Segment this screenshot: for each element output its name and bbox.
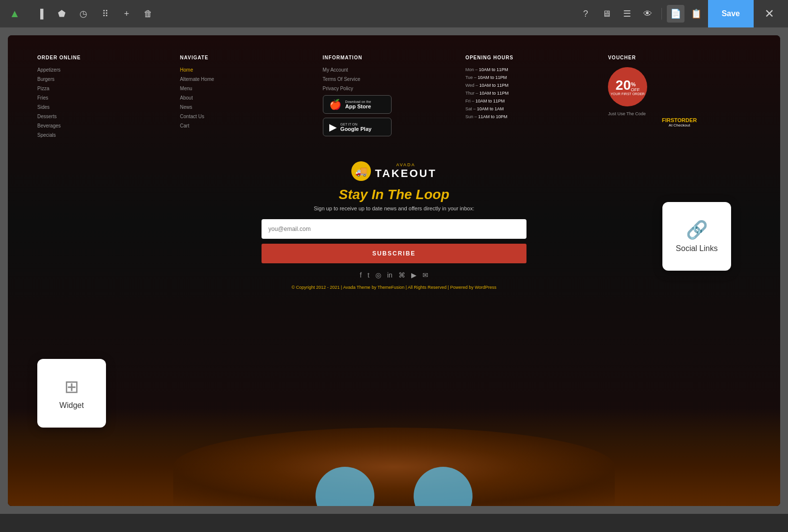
nav-link-home[interactable]: Home bbox=[180, 67, 323, 73]
file-save-icon[interactable]: 📄 bbox=[667, 5, 684, 23]
brand-name-block: AVADA TAKEOUT bbox=[375, 162, 437, 180]
nav-link-alternate-home[interactable]: Alternate Home bbox=[180, 76, 323, 82]
order-col-title: ORDER ONLINE bbox=[37, 55, 180, 60]
hours-sat: Sat – 10AM to 1AM bbox=[465, 106, 608, 111]
hours-fri: Fri – 10AM to 11PM bbox=[465, 99, 608, 103]
help-icon[interactable]: ? bbox=[577, 5, 595, 23]
footer-center-section: 🚚 AVADA TAKEOUT Stay In The Loop Sign up… bbox=[37, 161, 751, 304]
brand-truck-icon: 🚚 bbox=[351, 161, 371, 181]
order-link-burgers[interactable]: Burgers bbox=[37, 76, 180, 82]
bottom-circle-left bbox=[315, 467, 374, 506]
google-play-label: Google Play bbox=[341, 126, 372, 132]
subscribe-button[interactable]: SUBSCRIBE bbox=[262, 244, 526, 263]
nav-link-about[interactable]: About bbox=[180, 95, 323, 101]
social-links-panel[interactable]: 🔗 Social Links bbox=[662, 202, 731, 271]
voucher-sub-label: YOUR FIRST ORDER bbox=[610, 92, 645, 96]
social-links-panel-label: Social Links bbox=[676, 244, 717, 253]
order-link-appetizers[interactable]: Appetizers bbox=[37, 67, 180, 73]
brand-name-small: AVADA bbox=[375, 162, 437, 167]
app-store-label: App Store bbox=[345, 103, 371, 109]
info-link-terms[interactable]: Terms Of Service bbox=[323, 76, 466, 82]
file-copy-icon[interactable]: 📋 bbox=[687, 5, 705, 23]
close-button[interactable]: ✕ bbox=[757, 0, 782, 27]
email-icon[interactable]: ✉ bbox=[422, 271, 428, 279]
voucher-col-title: VOUCHER bbox=[608, 55, 751, 60]
bottom-circles bbox=[315, 467, 473, 506]
app-store-small-label: Download on the bbox=[345, 100, 371, 103]
voucher-at-checkout: At Checkout bbox=[608, 123, 751, 127]
youtube-icon[interactable]: ▶ bbox=[411, 271, 417, 279]
canvas-wrapper: ORDER ONLINE Appetizers Burgers Pizza Fr… bbox=[0, 27, 788, 514]
editor-canvas: ORDER ONLINE Appetizers Burgers Pizza Fr… bbox=[8, 35, 780, 506]
info-col-title: INFORMATION bbox=[323, 55, 466, 60]
voucher-off-text: OFF bbox=[631, 87, 640, 92]
voucher-code: FIRSTORDER bbox=[608, 117, 751, 123]
bottom-circle-right bbox=[414, 467, 473, 506]
voucher-just-use: Just Use The Code bbox=[608, 111, 751, 116]
brand-name-big: TAKEOUT bbox=[375, 167, 437, 180]
save-button[interactable]: Save bbox=[708, 0, 754, 27]
widget-panel-icon: ⊞ bbox=[64, 377, 79, 397]
nav-link-contact[interactable]: Contact Us bbox=[180, 114, 323, 119]
delete-icon[interactable]: 🗑 bbox=[139, 5, 157, 23]
facebook-icon[interactable]: f bbox=[360, 271, 362, 279]
rss-icon[interactable]: ⌘ bbox=[398, 271, 405, 279]
history-icon[interactable]: ◷ bbox=[75, 5, 92, 23]
footer-col-order: ORDER ONLINE Appetizers Burgers Pizza Fr… bbox=[37, 55, 180, 142]
hours-tue: Tue – 10AM to 11PM bbox=[465, 75, 608, 80]
widget-panel-label: Widget bbox=[59, 401, 84, 410]
google-play-button[interactable]: ▶ GET IT ON Google Play bbox=[323, 118, 392, 136]
hours-wed: Wed – 10AM to 11PM bbox=[465, 83, 608, 88]
newsletter-title: Stay In The Loop bbox=[37, 187, 751, 203]
toolbar: ▲ ▐ ⬟ ◷ ⠿ + 🗑 ? 🖥 ☰ 👁 📄 📋 Save ✕ bbox=[0, 0, 788, 27]
voucher-percent: 20 bbox=[616, 78, 631, 92]
social-icons-row: f t ◎ in ⌘ ▶ ✉ bbox=[37, 271, 751, 279]
footer-col-navigate: NAVIGATE Home Alternate Home Menu About … bbox=[180, 55, 323, 142]
nav-link-menu[interactable]: Menu bbox=[180, 86, 323, 91]
preview-icon[interactable]: 👁 bbox=[639, 5, 657, 23]
nav-link-news[interactable]: News bbox=[180, 104, 323, 110]
brand-logo: 🚚 AVADA TAKEOUT bbox=[37, 161, 751, 181]
order-link-pizza[interactable]: Pizza bbox=[37, 86, 180, 91]
add-icon[interactable]: + bbox=[118, 5, 135, 23]
google-play-icon: ▶ bbox=[329, 121, 337, 133]
order-link-desserts[interactable]: Desserts bbox=[37, 114, 180, 119]
order-link-sides[interactable]: Sides bbox=[37, 104, 180, 110]
social-links-panel-icon: 🔗 bbox=[686, 220, 708, 240]
info-link-account[interactable]: My Account bbox=[323, 67, 466, 73]
voucher-badge: 20 % OFF YOUR FIRST ORDER bbox=[608, 67, 647, 106]
hours-mon: Mon – 10AM to 11PM bbox=[465, 67, 608, 72]
order-link-beverages[interactable]: Beverages bbox=[37, 123, 180, 128]
email-input[interactable] bbox=[262, 219, 526, 239]
avada-logo-icon[interactable]: ▲ bbox=[6, 5, 24, 23]
desktop-icon[interactable]: 🖥 bbox=[598, 5, 615, 23]
hours-thur: Thur – 10AM to 11PM bbox=[465, 91, 608, 96]
twitter-icon[interactable]: t bbox=[368, 271, 369, 279]
google-play-small-label: GET IT ON bbox=[341, 123, 372, 126]
newsletter-subtitle: Sign up to receive up to date news and o… bbox=[37, 205, 751, 211]
navigate-col-title: NAVIGATE bbox=[180, 55, 323, 60]
order-link-specials[interactable]: Specials bbox=[37, 132, 180, 138]
hours-col-title: OPENING HOURS bbox=[465, 55, 608, 60]
settings-icon[interactable]: ⠿ bbox=[96, 5, 114, 23]
widget-panel[interactable]: ⊞ Widget bbox=[37, 359, 106, 428]
linkedin-icon[interactable]: in bbox=[387, 271, 393, 279]
app-store-button[interactable]: 🍎 Download on the App Store bbox=[323, 95, 392, 114]
apple-icon: 🍎 bbox=[329, 99, 341, 110]
layers-icon[interactable]: ⬟ bbox=[53, 5, 71, 23]
instagram-icon[interactable]: ◎ bbox=[375, 271, 381, 279]
voucher-off-label: % bbox=[631, 81, 640, 87]
nav-link-cart[interactable]: Cart bbox=[180, 123, 323, 128]
footer-col-voucher: VOUCHER 20 % OFF YOUR FIRST ORDER bbox=[608, 55, 751, 142]
footer-columns: ORDER ONLINE Appetizers Burgers Pizza Fr… bbox=[37, 55, 751, 142]
responsive-icon[interactable]: ☰ bbox=[618, 5, 636, 23]
footer-background: ORDER ONLINE Appetizers Burgers Pizza Fr… bbox=[8, 35, 780, 506]
footer-col-hours: OPENING HOURS Mon – 10AM to 11PM Tue – 1… bbox=[465, 55, 608, 142]
info-link-privacy[interactable]: Privacy Policy bbox=[323, 86, 466, 91]
hours-sun: Sun – 11AM to 10PM bbox=[465, 114, 608, 119]
sidebar-toggle-icon[interactable]: ▐ bbox=[31, 5, 49, 23]
copyright-text: © Copyright 2012 - 2021 | Avada Theme by… bbox=[37, 285, 751, 290]
footer-col-information: INFORMATION My Account Terms Of Service … bbox=[323, 55, 466, 142]
order-link-fries[interactable]: Fries bbox=[37, 95, 180, 101]
